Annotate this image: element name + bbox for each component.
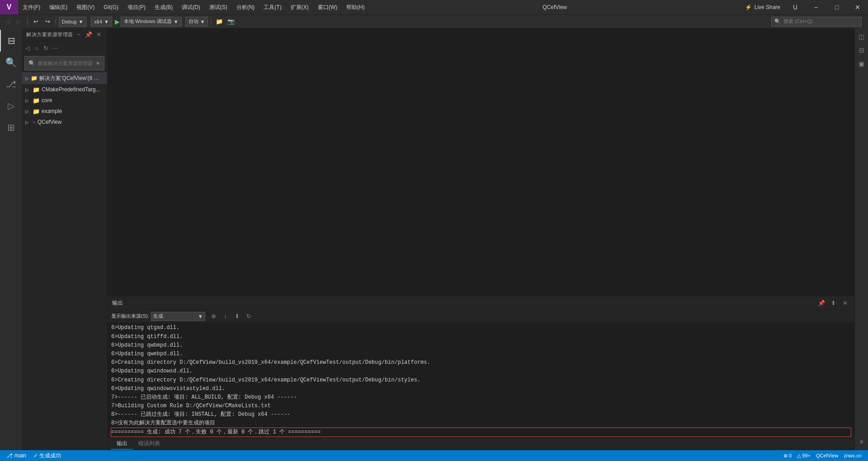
maximize-button[interactable]: □ [826,0,847,14]
folder-core: 📁 [33,97,40,104]
output-source-select[interactable]: 生成 ▼ [151,312,205,321]
right-activity-bar: ◫ ⊟ ▣ ≡ [854,28,868,450]
vs-logo: V [0,0,18,14]
sidebar-collapse-icon[interactable]: − [75,31,83,39]
editor-canvas [108,28,854,296]
live-share-button[interactable]: ⚡ Live Share [741,3,785,11]
solution-root[interactable]: ▷ 📁 解决方案'QCefView'(8 个项... [22,72,107,84]
main-area: ⊟ 🔍 ⎇ ▷ ⊞ 解决方案资源管理器 − 📌 ✕ ◁ ⌂ ↻ ⋯ 🔍 ▼ [0,28,868,450]
cmake-label: CMakePredefinedTarg... [42,86,100,93]
menu-item-项目(P)[interactable]: 项目(P) [123,0,150,14]
output-maximize-btn[interactable]: ⬆ [828,298,838,308]
sb-sync-btn[interactable]: ↻ [42,44,50,52]
run-target-dropdown[interactable]: 本地 Windows 调试器 ▼ [121,17,182,27]
sidebar-header: 解决方案资源管理器 − 📌 ✕ [22,28,107,42]
minimize-button[interactable]: − [806,0,826,14]
right-icon-3[interactable]: ▣ [855,57,868,71]
screenshot-button[interactable]: 📷 [226,16,236,27]
status-right: ⊗ 0 △ 99+ QCefView znwx.cn [781,453,864,459]
menu-item-视图(V)[interactable]: 视图(V) [72,0,99,14]
main-toolbar: ◁ ▷ ↩ ↪ Debug ▼ x64 ▼ ▶ 本地 Windows 调试器 ▼… [0,14,868,28]
output-line: 6>Updating qwebpd.dll. [111,350,851,358]
output-line: ========== 生成: 成功 7 个，失败 0 个，最新 0 个，跳过 1… [111,428,851,437]
tree-item-example[interactable]: ▷ 📁 example [22,106,107,117]
output-line: 6>Updating qwindowsd.dll. [111,367,851,376]
activity-search[interactable]: 🔍 [0,52,22,73]
output-line: 6>Updating qtgad.dll. [111,324,851,332]
output-scroll-btn[interactable]: ⬇ [232,311,242,321]
tree-item-qcefview[interactable]: ▷ ■ QCefView [22,117,107,127]
sidebar-search-input[interactable] [38,61,93,66]
menu-item-分析(N)[interactable]: 分析(N) [232,0,259,14]
tree-item-cmake[interactable]: ▷ 📁 CMakePredefinedTarg... [22,84,107,95]
status-watermark: znwx.cn [841,453,864,458]
close-button[interactable]: ✕ [847,0,868,14]
sidebar-search-dropdown[interactable]: ▼ [95,61,100,66]
config-dropdown[interactable]: Debug ▼ [59,17,86,27]
toolbar-sep-2 [56,18,56,26]
sidebar-search-icon: 🔍 [28,60,35,66]
menu-item-调试(D)[interactable]: 调试(D) [177,0,205,14]
output-panel-title: 输出 [112,299,123,307]
example-label: example [42,108,62,114]
sidebar-pin-icon[interactable]: 📌 [85,31,93,39]
status-project[interactable]: QCefView [813,453,841,458]
output-pin-btn[interactable]: 📌 [816,298,826,308]
status-errors[interactable]: ⊗ 0 [781,453,794,459]
status-warnings[interactable]: △ 99+ [794,453,813,459]
tab-output[interactable]: 输出 [111,438,133,450]
output-source-label: 显示输出来源(S): [111,313,149,320]
tab-errors[interactable]: 错误列表 [133,438,165,450]
sidebar-search[interactable]: 🔍 ▼ [24,56,104,71]
user-icon-btn[interactable]: U [785,0,806,14]
tree-item-core[interactable]: ▷ 📁 core [22,95,107,106]
activity-explorer[interactable]: ⊟ [0,30,22,52]
window-title: QCefView [369,4,741,10]
menu-item-测试(S)[interactable]: 测试(S) [205,0,232,14]
arrow-cmake: ▷ [25,87,31,92]
sb-back-btn[interactable]: ◁ [24,44,32,52]
output-content[interactable]: 6>Updating qicod.dll.6>Updating qjpegd.d… [108,323,854,438]
back-button[interactable]: ◁ [2,16,13,27]
menu-item-扩展(X)[interactable]: 扩展(X) [286,0,313,14]
activity-debug[interactable]: ▷ [0,95,22,117]
live-share-icon: ⚡ [745,4,752,10]
menu-item-窗口(W)[interactable]: 窗口(W) [313,0,342,14]
output-close-btn[interactable]: ✕ [840,298,850,308]
platform-dropdown[interactable]: x64 ▼ [91,17,112,27]
menu-item-Git(G)[interactable]: Git(G) [99,0,123,14]
redo-button[interactable]: ↪ [42,16,53,27]
sb-more-btn[interactable]: ⋯ [51,44,59,52]
output-line: 6>Creating directory D:/QCefView/build_v… [111,358,851,367]
output-refresh-btn[interactable]: ↻ [244,311,254,321]
auto-dropdown[interactable]: 自动 ▼ [185,17,208,27]
window-controls: ⚡ Live Share U − □ ✕ [741,0,868,14]
menu-item-编辑(E)[interactable]: 编辑(E) [45,0,72,14]
menu-item-生成(B)[interactable]: 生成(B) [150,0,177,14]
status-build-success[interactable]: ✓ 生成成功 [31,450,64,461]
folder-open-button[interactable]: 📁 [214,16,225,27]
run-button[interactable]: ▶ [115,17,120,27]
toolbar-sep-1 [27,18,28,26]
global-search-box[interactable]: 🔍 搜索 (Ctrl+Q) [771,17,862,27]
menu-item-帮助(H)[interactable]: 帮助(H) [342,0,369,14]
search-icon: 🔍 [774,19,781,24]
activity-extensions[interactable]: ⊞ [0,117,22,138]
solution-folder-icon: 📁 [31,75,38,81]
output-wrap-btn[interactable]: ↕ [221,311,231,321]
menu-item-文件(F)[interactable]: 文件(F) [18,0,45,14]
output-clear-btn[interactable]: ⊗ [209,311,219,321]
undo-button[interactable]: ↩ [30,16,41,27]
solution-label: 解决方案'QCefView'(8 个项... [39,75,104,82]
activity-git[interactable]: ⎇ [0,73,22,95]
menu-item-工具(T)[interactable]: 工具(T) [259,0,286,14]
sb-home-btn[interactable]: ⌂ [33,44,41,52]
sidebar: 解决方案资源管理器 − 📌 ✕ ◁ ⌂ ↻ ⋯ 🔍 ▼ ▷ 📁 解决方案'QCe… [22,28,108,450]
status-branch[interactable]: ⎇ main [4,450,29,461]
forward-button[interactable]: ▷ [14,16,24,27]
right-icon-2[interactable]: ⊟ [855,43,868,57]
right-icon-bottom[interactable]: ≡ [855,435,868,448]
arrow-qcef: ▷ [25,120,31,125]
sidebar-close-icon[interactable]: ✕ [94,31,103,39]
right-icon-1[interactable]: ◫ [855,30,868,43]
